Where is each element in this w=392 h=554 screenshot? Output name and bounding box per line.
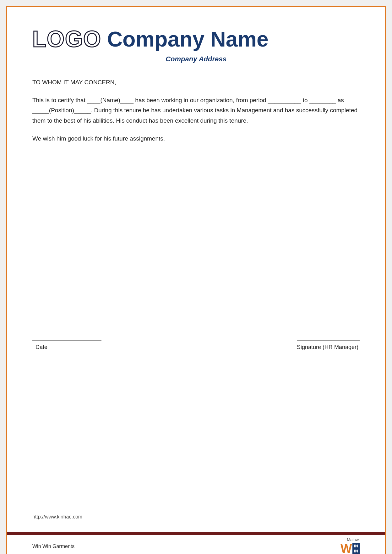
footer-company-name: Win Win Garments <box>32 544 74 549</box>
win-w-letter: W <box>340 543 352 554</box>
website-url: http://www.kinhac.com <box>32 514 82 519</box>
paragraph1-text: This is to certify that ____(Name)____ h… <box>32 97 357 124</box>
footer-content: Win Win Garments Malawi W IN IN <box>7 535 385 554</box>
signature-block: Signature (HR Manager) <box>297 341 360 351</box>
letter-body: TO WHOM IT MAY CONCERN, This is to certi… <box>32 79 360 290</box>
document-page: LOGO Company Name Company Address TO WHO… <box>6 6 386 554</box>
salutation: TO WHOM IT MAY CONCERN, <box>32 79 360 86</box>
website-area: http://www.kinhac.com <box>32 357 360 520</box>
win-logo-box: W IN IN <box>340 543 360 554</box>
signature-line <box>297 341 360 341</box>
company-name-heading: Company Name <box>107 27 269 51</box>
win-in-bottom: IN <box>354 549 358 554</box>
date-label: Date <box>32 344 47 351</box>
header-area: LOGO Company Name <box>32 26 360 52</box>
date-line <box>32 341 101 341</box>
win-in-box: IN IN <box>352 543 360 554</box>
signature-area: Date Signature (HR Manager) <box>32 341 360 351</box>
logo-text: LOGO <box>32 26 101 52</box>
company-address-text: Company Address <box>166 55 226 63</box>
date-block: Date <box>32 341 101 351</box>
footer-bar <box>7 532 385 535</box>
hr-manager-label: Signature (HR Manager) <box>297 344 358 351</box>
letter-paragraph-1: This is to certify that ____(Name)____ h… <box>32 95 360 126</box>
win-in-top: IN <box>354 544 358 549</box>
letter-paragraph-2: We wish him good luck for his future ass… <box>32 134 360 144</box>
win-win-logo: Malawi W IN IN <box>340 537 360 554</box>
page-content: LOGO Company Name Company Address TO WHO… <box>7 7 385 532</box>
company-address-area: Company Address <box>32 55 360 63</box>
malawi-label: Malawi <box>347 537 360 542</box>
